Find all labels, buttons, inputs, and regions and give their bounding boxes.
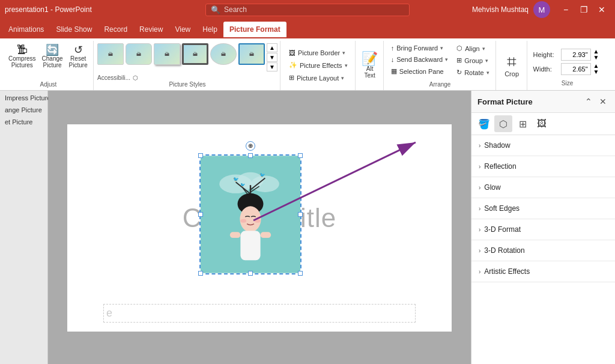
shadow-section: › Shadow bbox=[471, 135, 615, 156]
reflection-header[interactable]: › Reflection bbox=[471, 156, 615, 177]
handle-ml[interactable] bbox=[198, 212, 203, 217]
style-thumb-6[interactable]: 🏔 bbox=[238, 43, 265, 65]
left-item-change[interactable]: ange Picture bbox=[2, 105, 45, 115]
send-backward-icon: ↓ bbox=[391, 56, 395, 63]
3d-format-section: › 3-D Format bbox=[471, 219, 615, 240]
soft-edges-header[interactable]: › Soft Edges bbox=[471, 198, 615, 219]
panel-tab-effects[interactable]: ⬡ bbox=[494, 115, 512, 132]
bring-forward-button[interactable]: ↑ Bring Forward ▾ bbox=[387, 43, 452, 53]
reflection-label: Reflection bbox=[484, 162, 516, 171]
alt-text-icon: 📝 bbox=[362, 52, 378, 65]
size-group: Height: ▲ ▼ Width: ▲ ▼ Size bbox=[529, 41, 607, 90]
handle-br[interactable] bbox=[298, 271, 303, 276]
handle-bl[interactable] bbox=[198, 271, 203, 276]
close-button[interactable]: ✕ bbox=[593, 1, 610, 18]
style-thumb-5[interactable]: 🏔 bbox=[210, 43, 237, 65]
width-input[interactable] bbox=[561, 63, 591, 75]
glow-section: › Glow bbox=[471, 177, 615, 198]
glow-header[interactable]: › Glow bbox=[471, 177, 615, 198]
title-bar: presentation1 - PowerPoint 🔍 Mehvish Mus… bbox=[0, 0, 615, 19]
panel-tab-picture[interactable]: 🖼 bbox=[533, 115, 551, 132]
style-scroll-down[interactable]: ▼ bbox=[267, 53, 277, 62]
rotate-handle[interactable]: ⊕ bbox=[246, 141, 255, 151]
panel-tab-fill[interactable]: 🪣 bbox=[475, 115, 493, 132]
bring-forward-label: Bring Forward bbox=[396, 44, 438, 52]
search-input[interactable] bbox=[224, 5, 392, 14]
effects-icon: ✨ bbox=[289, 61, 297, 69]
height-spinner[interactable]: ▲ ▼ bbox=[593, 49, 599, 61]
group-button[interactable]: ⊞ Group ▾ bbox=[453, 55, 492, 65]
picture-layout-button[interactable]: ⊞ Picture Layout ▾ bbox=[285, 73, 351, 83]
shadow-header[interactable]: › Shadow bbox=[471, 135, 615, 156]
user-name: Mehvish Mushtaq bbox=[472, 5, 529, 14]
tab-pictureformat[interactable]: Picture Format bbox=[223, 22, 286, 37]
align-button[interactable]: ⬡ Align ▾ bbox=[453, 43, 492, 53]
rotate-chevron: ▾ bbox=[486, 70, 489, 76]
compress-pictures-button[interactable]: 🗜 Compress Pictures bbox=[6, 43, 38, 70]
tab-animations[interactable]: Animations bbox=[2, 22, 50, 37]
panel-tab-layout[interactable]: ⊞ bbox=[514, 115, 532, 132]
group-chevron: ▾ bbox=[485, 58, 488, 64]
style-scroll: ▲ ▼ ▼ bbox=[267, 43, 277, 71]
style-expand[interactable]: ▼ bbox=[267, 62, 277, 71]
right-panel: Format Picture ⌃ ✕ 🪣 ⬡ ⊞ 🖼 › Shadow bbox=[471, 91, 615, 364]
style-scroll-up[interactable]: ▲ bbox=[267, 43, 277, 52]
3d-format-header[interactable]: › 3-D Format bbox=[471, 219, 615, 240]
picture-border-button[interactable]: 🖼 Picture Border ▾ bbox=[285, 48, 351, 58]
minimize-button[interactable]: − bbox=[557, 1, 574, 18]
left-item-impress[interactable]: Impress Pictures bbox=[2, 93, 45, 103]
adjust-group-label: Adjust bbox=[6, 81, 91, 89]
style-thumb-4[interactable]: 🏔 bbox=[182, 43, 208, 65]
tab-view[interactable]: View bbox=[169, 22, 196, 37]
handle-tl[interactable] bbox=[198, 153, 203, 158]
tab-review[interactable]: Review bbox=[133, 22, 169, 37]
crop-button[interactable]: ⌗ Crop bbox=[502, 42, 521, 89]
alt-text-button[interactable]: 📝 AltText bbox=[359, 42, 380, 89]
main-area: Impress Pictures ange Picture et Picture… bbox=[0, 91, 615, 364]
artistic-effects-label: Artistic Effects bbox=[484, 267, 530, 276]
reset-picture-button[interactable]: ↺ Reset Picture bbox=[67, 43, 90, 70]
left-item-set[interactable]: et Picture bbox=[2, 117, 45, 127]
tab-help[interactable]: Help bbox=[196, 22, 223, 37]
3d-rotation-header[interactable]: › 3-D Rotation bbox=[471, 240, 615, 261]
slide: Clic title e ⊕ bbox=[67, 124, 452, 332]
tab-slideshow[interactable]: Slide Show bbox=[50, 22, 98, 37]
artistic-effects-header[interactable]: › Artistic Effects bbox=[471, 261, 615, 282]
handle-tm[interactable] bbox=[248, 153, 253, 158]
panel-close-button[interactable]: ✕ bbox=[597, 96, 609, 108]
compress-icon: 🗜 bbox=[17, 44, 28, 55]
send-backward-button[interactable]: ↓ Send Backward ▾ bbox=[387, 55, 452, 64]
accordion: › Shadow › Reflection › Glow › Sof bbox=[471, 135, 615, 364]
tab-record[interactable]: Record bbox=[98, 22, 133, 37]
ribbon-content: 🗜 Compress Pictures 🔄 Change Picture ↺ R… bbox=[0, 37, 615, 90]
arrange-group: ↑ Bring Forward ▾ ↓ Send Backward ▾ ▦ Se… bbox=[385, 41, 496, 90]
arrange-col1: ↑ Bring Forward ▾ ↓ Send Backward ▾ ▦ Se… bbox=[387, 43, 452, 76]
height-input[interactable] bbox=[561, 49, 591, 61]
rotate-button[interactable]: ↻ Rotate ▾ bbox=[453, 67, 492, 77]
slide-image[interactable]: ⊕ 🐦 🐦 � bbox=[199, 154, 301, 275]
style-thumb-2[interactable]: 🏔 bbox=[126, 43, 152, 65]
panel-collapse-button[interactable]: ⌃ bbox=[583, 96, 595, 108]
adjust-group: 🗜 Compress Pictures 🔄 Change Picture ↺ R… bbox=[4, 41, 94, 90]
search-box[interactable]: 🔍 bbox=[205, 4, 410, 16]
glow-label: Glow bbox=[484, 183, 500, 192]
style-thumb-1[interactable]: 🏔 bbox=[97, 43, 124, 65]
restore-button[interactable]: ❐ bbox=[575, 1, 592, 18]
handle-tr[interactable] bbox=[298, 153, 303, 158]
width-spinner[interactable]: ▲ ▼ bbox=[593, 63, 599, 75]
selection-pane-label: Selection Pane bbox=[399, 68, 444, 75]
alt-text-label: AltText bbox=[364, 65, 375, 79]
change-picture-button[interactable]: 🔄 Change Picture bbox=[40, 43, 65, 70]
style-thumb-3[interactable]: 🏔 bbox=[154, 43, 180, 65]
title-bar-left: presentation1 - PowerPoint bbox=[5, 5, 205, 14]
picture-effects-button[interactable]: ✨ Picture Effects ▾ bbox=[285, 60, 351, 70]
slide-area: Clic title e ⊕ bbox=[48, 91, 471, 364]
handle-bm[interactable] bbox=[248, 271, 253, 276]
selection-pane-button[interactable]: ▦ Selection Pane bbox=[387, 66, 452, 76]
border-chevron: ▾ bbox=[342, 50, 345, 56]
panel-tabs: 🪣 ⬡ ⊞ 🖼 bbox=[471, 113, 615, 135]
shadow-chevron: › bbox=[479, 142, 480, 149]
handle-mr[interactable] bbox=[298, 212, 303, 217]
ribbon-tabs: Animations Slide Show Record Review View… bbox=[0, 19, 615, 37]
3d-rotation-section: › 3-D Rotation bbox=[471, 240, 615, 261]
